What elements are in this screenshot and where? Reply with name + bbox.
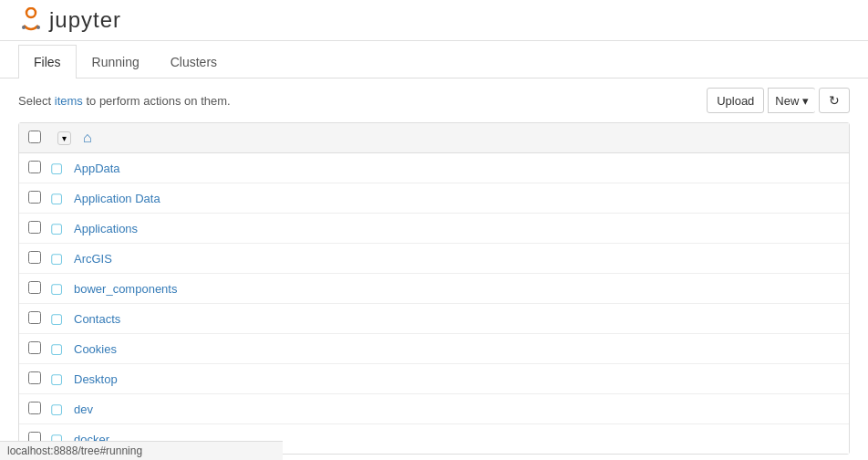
row-checkbox-cell [28,402,50,417]
row-checkbox-cell [28,341,50,357]
svg-point-0 [26,8,36,17]
folder-icon: ▢ [50,250,63,266]
row-checkbox-cell [28,191,50,206]
header-dropdown-button[interactable]: ▾ [57,131,71,145]
row-checkbox[interactable] [28,161,41,173]
file-link[interactable]: ArcGIS [74,252,112,266]
folder-icon-cell: ▢ [50,190,74,206]
table-row: ▢ dev [19,394,849,424]
new-button-group: New ▾ [768,88,815,113]
folder-icon-cell: ▢ [50,160,74,176]
table-row: ▢ Contacts [19,304,849,334]
folder-icon-cell: ▢ [50,220,74,236]
header: jupyter [0,0,868,41]
toolbar-actions: Upload New ▾ ↻ [707,88,850,113]
file-list-container: ▾ ⌂ ▢ AppData ▢ Application Data [18,122,850,455]
tab-running[interactable]: Running [77,45,155,78]
logo-text: jupyter [49,7,121,33]
file-link[interactable]: dev [74,402,93,416]
table-row: ▢ bower_components [19,274,849,304]
row-checkbox[interactable] [28,251,41,264]
refresh-button[interactable]: ↻ [819,88,850,113]
row-checkbox[interactable] [28,341,41,354]
row-checkbox-cell [28,311,50,327]
tab-files[interactable]: Files [18,45,77,78]
file-link[interactable]: Application Data [74,192,160,205]
table-row: ▢ ArcGIS [19,244,849,274]
select-items-text: Select items to perform actions on them. [18,94,231,108]
folder-icon: ▢ [50,280,63,296]
row-checkbox-cell [28,371,50,387]
folder-icon: ▢ [50,371,63,386]
folder-icon-cell: ▢ [50,250,74,267]
items-highlight: items [55,94,83,108]
folder-icon: ▢ [50,160,63,175]
file-link[interactable]: Applications [74,222,138,235]
folder-icon-cell: ▢ [50,371,74,387]
folder-icon-cell: ▢ [50,310,74,327]
file-link[interactable]: Desktop [74,372,118,386]
table-row: ▢ Application Data [19,183,849,214]
table-row: ▢ Cookies [19,334,849,364]
folder-icon: ▢ [50,190,63,205]
header-dropdown-cell: ▾ [57,131,76,145]
folder-icon: ▢ [50,340,63,356]
file-list-header: ▾ ⌂ [19,123,849,153]
tab-clusters[interactable]: Clusters [155,45,232,78]
row-checkbox[interactable] [28,371,41,384]
select-all-checkbox[interactable] [28,131,41,143]
tabs-container: Files Running Clusters [0,45,868,78]
folder-icon: ▢ [50,310,63,326]
svg-point-1 [22,26,26,29]
folder-icon: ▢ [50,220,63,235]
statusbar: localhost:8888/tree#running [0,441,283,460]
row-checkbox-cell [28,221,50,236]
upload-button[interactable]: Upload [707,88,764,113]
file-link[interactable]: Cookies [74,342,117,356]
logo: jupyter [18,7,121,33]
home-icon[interactable]: ⌂ [83,130,92,146]
file-link[interactable]: bower_components [74,282,177,296]
file-rows-container: ▢ AppData ▢ Application Data ▢ Applicati… [19,153,849,454]
folder-icon-cell: ▢ [50,340,74,357]
select-all-checkbox-cell [28,131,50,146]
file-link[interactable]: AppData [74,162,120,175]
table-row: ▢ AppData [19,153,849,183]
row-checkbox[interactable] [28,402,41,414]
folder-icon: ▢ [50,401,63,416]
table-row: ▢ Desktop [19,364,849,394]
svg-point-2 [36,26,40,29]
row-checkbox-cell [28,251,50,267]
main-content: Select items to perform actions on them.… [0,78,868,460]
folder-icon-cell: ▢ [50,280,74,297]
toolbar-row: Select items to perform actions on them.… [18,88,850,113]
row-checkbox[interactable] [28,281,41,294]
table-row: ▢ Applications [19,214,849,244]
row-checkbox[interactable] [28,221,41,234]
jupyter-logo-icon [18,7,44,33]
row-checkbox[interactable] [28,191,41,204]
new-button[interactable]: New ▾ [768,88,815,113]
folder-icon-cell: ▢ [50,401,74,417]
row-checkbox[interactable] [28,311,41,324]
row-checkbox-cell [28,161,50,176]
statusbar-text: localhost:8888/tree#running [7,444,142,457]
file-link[interactable]: Contacts [74,312,120,326]
row-checkbox-cell [28,281,50,297]
